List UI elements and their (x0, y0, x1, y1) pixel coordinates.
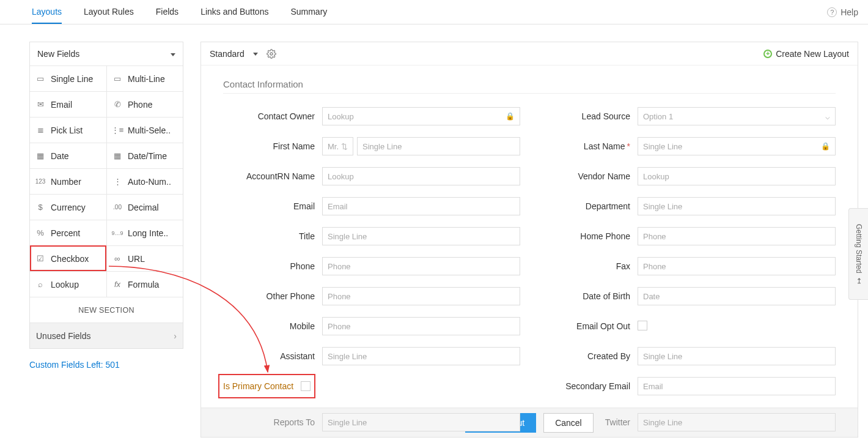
help-link[interactable]: ? Help (827, 7, 858, 17)
field-type-single-line[interactable]: ▭Single Line (30, 65, 106, 91)
field-type-phone[interactable]: ✆Phone (106, 91, 183, 117)
field-type-long-integer[interactable]: 9…9Long Inte.. (106, 220, 183, 245)
field-other-phone[interactable]: Other Phone Phone (223, 287, 520, 305)
field-assistant[interactable]: Assistant Single Line (223, 347, 520, 365)
label-phone: Phone (223, 261, 315, 271)
field-type-number[interactable]: 123Number (30, 168, 106, 194)
layout-name: Standard (210, 49, 245, 59)
field-dob[interactable]: Date of Birth Date (539, 287, 836, 305)
decimal-icon: .00 (112, 204, 123, 211)
long-int-icon: 9…9 (112, 230, 123, 236)
tab-summary[interactable]: Summary (290, 1, 327, 24)
phone-icon: ✆ (112, 100, 123, 109)
tab-layout-rules[interactable]: Layout Rules (84, 1, 134, 24)
checkbox-email-opt[interactable] (638, 321, 647, 330)
field-title[interactable]: Title Single Line (223, 227, 520, 245)
field-type-date-time[interactable]: ▦Date/Time (106, 143, 183, 168)
input-dob[interactable]: Date (638, 287, 836, 305)
field-secondary-email[interactable]: Secondary Email Email (539, 377, 836, 395)
input-home-phone[interactable]: Phone (638, 227, 836, 245)
field-first-name[interactable]: First Name Mr.⇅ Single Line (223, 137, 520, 155)
field-vendor-name[interactable]: Vendor Name Lookup (539, 167, 836, 185)
tab-fields[interactable]: Fields (156, 1, 178, 24)
field-lead-source[interactable]: Lead Source Option 1⌵ (539, 107, 836, 125)
section-title: Contact Information (223, 79, 836, 89)
input-title[interactable]: Single Line (322, 227, 520, 245)
create-new-layout[interactable]: + Create New Layout (763, 49, 849, 59)
field-twitter[interactable]: Twitter Single Line (539, 413, 836, 431)
field-fax[interactable]: Fax Phone (539, 257, 836, 275)
label-department: Department (539, 201, 630, 211)
field-type-checkbox[interactable]: ☑Checkbox (30, 245, 106, 271)
input-lead-source[interactable]: Option 1⌵ (638, 107, 836, 125)
getting-started-label: Getting Started (855, 224, 863, 274)
input-other-phone[interactable]: Phone (322, 287, 520, 305)
field-account-name[interactable]: AccountRN Name Lookup (223, 167, 520, 185)
input-reports-to[interactable]: Single Line (322, 413, 520, 431)
svg-point-0 (270, 53, 273, 55)
date-icon: ▦ (35, 151, 46, 160)
label-created-by: Created By (539, 351, 630, 361)
lookup-icon: ⌕ (35, 280, 46, 289)
field-type-lookup[interactable]: ⌕Lookup (30, 271, 106, 297)
required-star-icon: * (627, 141, 630, 151)
input-twitter[interactable]: Single Line (638, 413, 836, 431)
chevron-right-icon: › (174, 323, 177, 349)
input-mobile[interactable]: Phone (322, 317, 520, 335)
field-email[interactable]: Email Email (223, 197, 520, 215)
field-type-pick-list[interactable]: ≣Pick List (30, 117, 106, 143)
input-secondary-email[interactable]: Email (638, 377, 836, 395)
input-created-by[interactable]: Single Line (638, 347, 836, 365)
field-created-by[interactable]: Created By Single Line (539, 347, 836, 365)
field-type-url[interactable]: ∞URL (106, 245, 183, 271)
label-lead-source: Lead Source (539, 111, 630, 121)
field-type-date[interactable]: ▦Date (30, 143, 106, 168)
field-type-multi-select[interactable]: ⋮≡Multi-Sele.. (106, 117, 183, 143)
field-contact-owner[interactable]: Contact Owner Lookup🔒 (223, 107, 520, 125)
gear-icon[interactable] (267, 49, 276, 59)
field-reports-to[interactable]: Reports To Single Line (223, 413, 520, 431)
input-first-name[interactable]: Single Line (357, 137, 520, 155)
lock-icon: 🔒 (821, 142, 830, 151)
input-last-name[interactable]: Single Line🔒 (638, 137, 836, 155)
input-account-name[interactable]: Lookup (322, 167, 520, 185)
new-section-drag[interactable]: NEW SECTION (30, 297, 183, 323)
input-vendor-name[interactable]: Lookup (638, 167, 836, 185)
field-is-primary-contact[interactable]: Is Primary Contact (219, 375, 314, 397)
field-type-formula[interactable]: fxFormula (106, 271, 183, 297)
input-phone[interactable]: Phone (322, 257, 520, 275)
field-home-phone[interactable]: Home Phone Phone (539, 227, 836, 245)
field-email-opt[interactable]: Email Opt Out (539, 317, 836, 335)
field-phone[interactable]: Phone Phone (223, 257, 520, 275)
getting-started-tab[interactable]: Getting Started ↦ (848, 208, 868, 300)
input-salutation[interactable]: Mr.⇅ (322, 137, 353, 155)
field-type-decimal[interactable]: .00Decimal (106, 194, 183, 220)
label-account-name: AccountRN Name (223, 171, 315, 181)
tab-layouts[interactable]: Layouts (32, 1, 62, 24)
field-type-currency[interactable]: $Currency (30, 194, 106, 220)
field-mobile[interactable]: Mobile Phone (223, 317, 520, 335)
field-type-percent[interactable]: %Percent (30, 220, 106, 245)
field-type-auto-number[interactable]: ⋮Auto-Num.. (106, 168, 183, 194)
checkbox-is-primary[interactable] (301, 381, 311, 391)
input-email[interactable]: Email (322, 197, 520, 215)
input-contact-owner[interactable]: Lookup🔒 (322, 107, 520, 125)
plus-icon: + (763, 50, 772, 58)
unused-fields-toggle[interactable]: Unused Fields › (30, 323, 183, 348)
field-type-multi-line[interactable]: ▭Multi-Line (106, 65, 183, 91)
input-fax[interactable]: Phone (638, 257, 836, 275)
field-type-email[interactable]: ✉Email (30, 91, 106, 117)
tab-links-buttons[interactable]: Links and Buttons (200, 1, 268, 24)
input-assistant[interactable]: Single Line (322, 347, 520, 365)
field-last-name[interactable]: Last Name* Single Line🔒 (539, 137, 836, 155)
field-department[interactable]: Department Single Line (539, 197, 836, 215)
help-label: Help (840, 7, 858, 17)
input-department[interactable]: Single Line (638, 197, 836, 215)
custom-fields-left[interactable]: Custom Fields Left: 501 (29, 360, 183, 370)
label-secondary-email: Secondary Email (539, 381, 630, 391)
label-email-opt: Email Opt Out (539, 321, 630, 331)
label-dob: Date of Birth (539, 291, 630, 301)
layout-selector[interactable]: Standard (210, 49, 258, 59)
single-line-icon: ▭ (35, 74, 46, 83)
new-fields-dropdown[interactable]: New Fields (30, 42, 183, 65)
